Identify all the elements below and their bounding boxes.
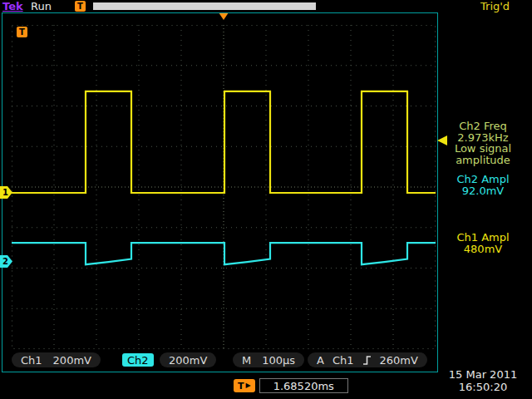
measurement-title: Ch2 Freq [439,121,527,132]
trigger-level-marker-icon [437,135,447,145]
date-text: 15 Mar 2011 [439,368,527,381]
measurement-title: Ch2 Ampl [439,174,527,185]
datetime-display: 15 Mar 2011 16:50:20 [439,368,527,393]
ch1-readout: Ch1 200mV [12,352,101,367]
warning-line1: Low signal [439,143,527,155]
ch1-ampl-measurement: Ch1 Ampl 480mV [439,232,527,254]
timebase-label: M [242,354,251,367]
delay-arrow-icon: ▶ [246,379,251,392]
trigger-level: 260mV [380,354,418,367]
trigger-position-icon: T [75,1,86,12]
timebase-scale: 100µs [262,354,295,367]
oscilloscope-screen: Tek Run T Trig'd [0,0,532,399]
trigger-readout: A Ch1 260mV [308,352,427,367]
ch2-waveform [12,243,436,264]
ch2-scale: 200mV [160,352,216,367]
graticule-grid [12,25,436,349]
ch2-freq-measurement: Ch2 Freq 2.973kHz Low signal amplitude [439,121,527,165]
ch1-waveform [12,91,436,193]
ch1-scale: 200mV [53,354,91,367]
ch1-label: Ch1 [21,354,42,367]
ch2-ampl-measurement: Ch2 Ampl 92.0mV [439,174,527,196]
timebase-readout: M 100µs [233,352,304,367]
ch2-label-selected: Ch2 [122,353,154,367]
readout-bar: Ch1 200mV Ch2 200mV M 100µs A Ch1 260mV [12,352,436,369]
graticule [12,25,436,349]
record-view-bar [93,2,316,10]
tek-logo: Tek [2,0,23,12]
measurement-value: 480mV [439,244,527,255]
delay-trigger-icon: T ▶ [234,379,255,392]
trigger-delay-icon: T [17,27,27,37]
acquisition-state: Run [31,0,52,12]
trigger-source: Ch1 [332,354,354,367]
delay-value: 1.68520ms [259,378,348,393]
warning-line2: amplitude [439,155,527,166]
delay-readout: T ▶ 1.68520ms [234,378,348,393]
ch2-scale-value: 200mV [169,354,207,367]
delay-t-glyph: T [238,381,244,392]
trigger-status: Trig'd [480,0,510,12]
trigger-mode: A [317,354,324,367]
measurement-value: 92.0mV [439,185,527,197]
measurement-title: Ch1 Ampl [439,232,527,244]
time-text: 16:50:20 [439,381,527,393]
rising-edge-slope-icon [362,354,372,366]
measurement-value: 2.973kHz [439,132,527,144]
